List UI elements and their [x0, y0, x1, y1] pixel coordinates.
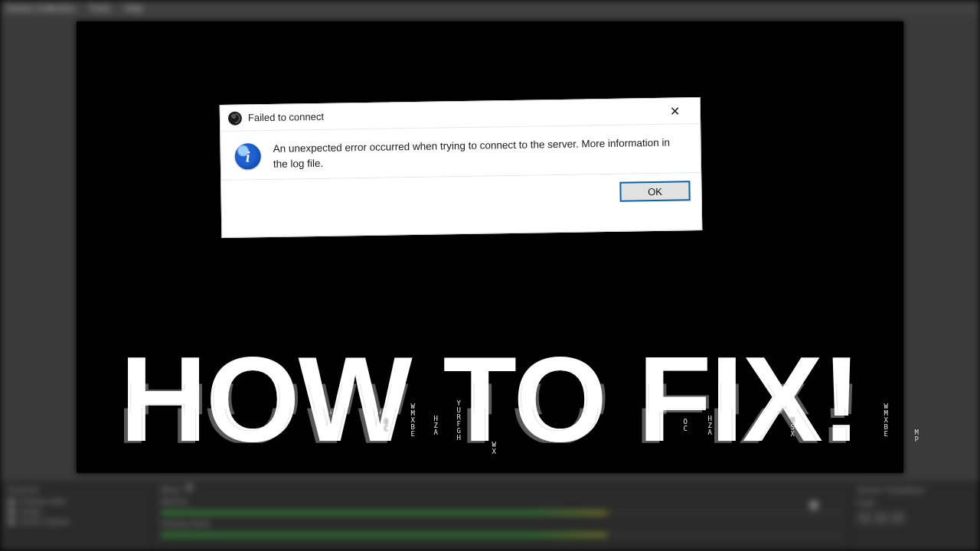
menu-bar: Scene Collection Tools Help — [0, 0, 980, 17]
add-transition-button[interactable] — [858, 512, 871, 524]
glitch-decoration: OC — [684, 419, 688, 432]
error-dialog: Failed to connect ✕ An unexpected error … — [220, 97, 703, 238]
eye-icon[interactable] — [8, 508, 15, 516]
panel-title: Scene Transitions — [858, 485, 972, 494]
glitch-decoration: WMXBE — [411, 403, 415, 438]
mixer-panel: Mixer Mic/Aux Desktop Audio — [153, 481, 850, 551]
obs-icon — [228, 111, 242, 125]
vu-meter — [161, 533, 841, 537]
source-label: Follower Alert — [20, 497, 67, 506]
glitch-decoration: YURFGH — [457, 400, 461, 442]
panel-title: Sources — [8, 485, 145, 494]
volume-slider[interactable] — [809, 500, 818, 510]
source-row[interactable]: Image — [8, 507, 145, 516]
source-label: Image — [20, 507, 41, 516]
source-row[interactable]: Follower Alert — [8, 497, 145, 506]
glitch-decoration: USX — [791, 417, 795, 438]
info-icon — [234, 143, 261, 170]
sources-panel: Sources Follower Alert Image Game Captur… — [0, 481, 153, 551]
transition-mode[interactable]: Fade — [858, 499, 972, 507]
glitch-decoration: HZA — [434, 416, 438, 436]
dialog-body: An unexpected error occurred when trying… — [220, 124, 701, 180]
mixer-track-label: Desktop Audio — [161, 520, 841, 528]
vu-meter — [161, 510, 841, 515]
gear-icon[interactable] — [185, 484, 193, 491]
menu-item[interactable]: Tools — [89, 3, 110, 14]
mixer-track-label: Mic/Aux — [161, 497, 841, 506]
source-row[interactable]: Game Capture — [8, 517, 145, 526]
headline-text: HOW TO FIX! — [120, 330, 861, 468]
menu-item[interactable]: Scene Collection — [6, 3, 75, 14]
panel-title: Mixer — [161, 485, 841, 494]
overlay-headline: HOW TO FIX! WMXBE OC HZA YURFGH WX OC HZ… — [120, 330, 861, 468]
remove-transition-button[interactable] — [874, 512, 888, 524]
eye-icon[interactable] — [8, 498, 15, 506]
bottom-panels: Sources Follower Alert Image Game Captur… — [0, 481, 980, 551]
dialog-message: An unexpected error occurred when trying… — [273, 135, 687, 171]
close-button[interactable]: ✕ — [658, 99, 692, 123]
ok-button[interactable]: OK — [619, 181, 690, 201]
glitch-decoration: WMXBE — [884, 403, 888, 438]
source-label: Game Capture — [20, 517, 70, 526]
dialog-title: Failed to connect — [248, 111, 324, 124]
menu-item[interactable]: Help — [124, 3, 143, 14]
dialog-actions: OK — [221, 173, 701, 217]
glitch-decoration: HZA — [708, 416, 712, 436]
eye-icon[interactable] — [8, 518, 15, 526]
glitch-decoration: WX — [492, 442, 496, 455]
transitions-panel: Scene Transitions Fade — [850, 481, 980, 551]
glitch-decoration: OC — [384, 419, 388, 432]
transition-settings-button[interactable] — [891, 512, 905, 524]
glitch-decoration: MP — [915, 429, 919, 443]
